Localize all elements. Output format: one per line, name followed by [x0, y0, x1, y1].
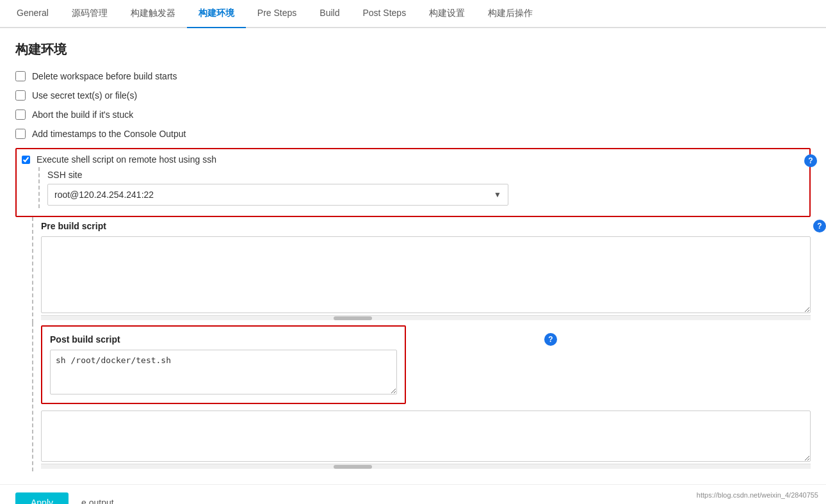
chevron-down-icon: ▼ [494, 190, 501, 199]
ssh-site-dropdown[interactable]: root@120.24.254.241:22 ▼ [47, 184, 508, 206]
build-env-body: Delete workspace before build startsUse … [15, 71, 811, 471]
watermark: https://blog.csdn.net/weixin_4/2840755 [697, 491, 818, 499]
abort-stuck-label: Abort the build if it's stuck [32, 110, 133, 120]
ssh-site-label: SSH site [47, 170, 802, 180]
tab-poststeps[interactable]: Post Steps [351, 0, 417, 28]
execute-ssh-checkbox[interactable] [22, 156, 30, 164]
pre-build-indent: Pre build script ? [32, 217, 811, 323]
add-timestamps-label: Add timestamps to the Console Output [32, 129, 186, 139]
post-build-textarea[interactable] [50, 350, 397, 394]
delete-workspace-checkbox[interactable] [15, 71, 26, 81]
extra-scrollbar [41, 464, 811, 469]
pre-build-label: Pre build script [41, 221, 106, 231]
main-content: 构建环境 Delete workspace before build start… [0, 28, 826, 484]
use-secret-checkbox[interactable] [15, 90, 26, 101]
checkboxes-area: Delete workspace before build startsUse … [15, 71, 811, 148]
execute-ssh-row: Execute shell script on remote host usin… [22, 154, 802, 165]
tab-presteps[interactable]: Pre Steps [246, 0, 308, 28]
use-secret-label: Use secret text(s) or file(s) [32, 90, 137, 101]
extra-textarea[interactable] [41, 411, 811, 462]
pre-build-section: Pre build script ? [15, 217, 811, 323]
pre-build-scrollbar-thumb [334, 316, 372, 320]
pre-build-help-icon[interactable]: ? [813, 220, 826, 232]
checkbox-row-delete-workspace: Delete workspace before build starts [15, 71, 811, 81]
abort-stuck-checkbox[interactable] [15, 110, 26, 120]
post-build-indent: Post build script ? [32, 323, 811, 471]
tab-postops[interactable]: 构建后操作 [476, 0, 544, 28]
post-build-help-icon[interactable]: ? [544, 333, 557, 346]
checkbox-row-abort-stuck: Abort the build if it's stuck [15, 110, 811, 120]
tab-general[interactable]: General [5, 0, 60, 28]
page-title: 构建环境 [15, 41, 811, 58]
execute-ssh-help-icon[interactable]: ? [804, 154, 817, 167]
extra-scrollbar-thumb [334, 465, 372, 469]
pre-build-textarea[interactable] [41, 236, 811, 313]
tab-settings[interactable]: 构建设置 [417, 0, 476, 28]
add-timestamps-checkbox[interactable] [15, 129, 26, 139]
post-build-label: Post build script [50, 334, 120, 345]
ssh-indent-section: SSH site root@120.24.254.241:22 ▼ [38, 167, 802, 208]
tab-source[interactable]: 源码管理 [60, 0, 119, 28]
execute-ssh-red-box: Execute shell script on remote host usin… [15, 148, 811, 217]
post-build-outer: Post build script ? [15, 323, 811, 471]
output-label: e output [81, 498, 114, 504]
tab-env[interactable]: 构建环境 [187, 0, 246, 28]
delete-workspace-label: Delete workspace before build starts [32, 71, 177, 81]
save-button[interactable]: Apply [15, 492, 69, 504]
pre-build-label-row: Pre build script ? [41, 220, 811, 232]
post-build-red-box: Post build script ? [41, 325, 406, 404]
tab-trigger[interactable]: 构建触发器 [119, 0, 187, 28]
pre-build-scrollbar [41, 315, 811, 320]
execute-ssh-label: Execute shell script on remote host usin… [36, 154, 216, 165]
ssh-site-value: root@120.24.254.241:22 [54, 190, 154, 200]
post-build-label-row: Post build script ? [50, 333, 397, 346]
checkbox-row-use-secret: Use secret text(s) or file(s) [15, 90, 811, 101]
checkbox-row-add-timestamps: Add timestamps to the Console Output [15, 129, 811, 139]
tab-build[interactable]: Build [308, 0, 351, 28]
tab-bar: General源码管理构建触发器构建环境Pre StepsBuildPost S… [0, 0, 826, 28]
